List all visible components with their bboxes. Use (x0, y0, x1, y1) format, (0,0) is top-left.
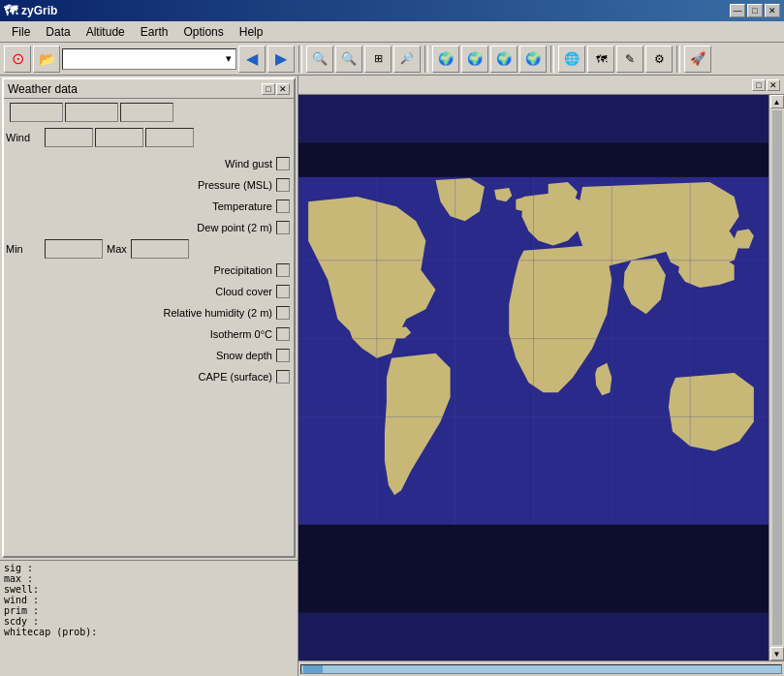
nav-next-button[interactable]: ▶ (267, 46, 295, 73)
cape-checkbox[interactable] (276, 370, 290, 384)
weather-panel-buttons: □ ✕ (262, 83, 290, 95)
max-input[interactable] (131, 239, 189, 259)
temperature-checkbox[interactable] (276, 200, 290, 213)
cloud-cover-checkbox[interactable] (276, 285, 290, 298)
rocket-button[interactable]: 🚀 (684, 46, 711, 73)
globe-3d-button[interactable]: 🌐 (558, 46, 585, 73)
globe-left-button[interactable]: 🌍 (432, 46, 459, 73)
globe-upleft-button[interactable]: 🌍 (461, 46, 488, 73)
status-line-6: whitecap (prob): (4, 627, 294, 637)
toolbar: ⊙ 📂 ▾ ◀ ▶ 🔍 🔍 ⊞ 🔎 🌍 🌍 🌍 🌍 🌐 🗺 ✎ ⚙ 🚀 (0, 43, 784, 76)
wind-gust-row: Wind gust (6, 153, 292, 174)
close-button[interactable]: ✕ (765, 4, 780, 17)
scroll-track[interactable] (772, 110, 782, 645)
status-line-4: prim : (4, 605, 294, 616)
menu-altitude[interactable]: Altitude (78, 23, 133, 41)
menu-data[interactable]: Data (38, 23, 78, 41)
isotherm-checkbox[interactable] (276, 327, 290, 341)
min-max-row: Min Max (6, 238, 292, 260)
weather-panel-pin[interactable]: □ (262, 83, 275, 95)
status-line-5: scdy : (4, 616, 294, 627)
zoom-fit-button[interactable]: ⊞ (364, 46, 392, 73)
globe-down-button[interactable]: 🌍 (519, 46, 547, 73)
settings-button[interactable]: ⚙ (645, 46, 673, 73)
scroll-down-btn[interactable]: ▼ (770, 647, 784, 661)
map-area[interactable]: ▲ ▼ (298, 95, 784, 661)
minimize-button[interactable]: — (730, 4, 745, 17)
wind-gust-label: Wind gust (6, 158, 276, 169)
weather-panel-title: Weather data (8, 82, 78, 96)
file-combo[interactable]: ▾ (62, 48, 236, 70)
right-panel: □ ✕ (298, 76, 784, 676)
dew-point-label: Dew point (2 m) (6, 222, 276, 233)
menu-file[interactable]: File (4, 23, 38, 41)
map-horizontal-scrollbar[interactable] (298, 661, 784, 676)
top-blank-row (6, 103, 292, 122)
scrollbar-thumb[interactable] (303, 665, 323, 673)
status-area: sig : max : swell: wind : prim : scdy : … (0, 560, 298, 676)
wind-input-3[interactable] (145, 128, 194, 147)
pressure-row: Pressure (MSL) (6, 174, 292, 196)
wind-input-2[interactable] (95, 128, 143, 147)
scrollbar-track[interactable] (300, 664, 782, 674)
left-panel: Weather data □ ✕ Wind (0, 76, 298, 676)
title-bar-title: 🗺 zyGrib (4, 3, 57, 18)
wind-gust-checkbox[interactable] (276, 157, 290, 170)
edit-button[interactable]: ✎ (616, 46, 643, 73)
scroll-up-btn[interactable]: ▲ (770, 95, 784, 108)
open-button[interactable]: 📂 (33, 46, 60, 73)
precipitation-row: Precipitation (6, 260, 292, 281)
cloud-cover-row: Cloud cover (6, 281, 292, 302)
relative-humidity-checkbox[interactable] (276, 306, 290, 320)
svg-rect-1 (298, 143, 768, 177)
min-input[interactable] (45, 239, 103, 259)
blank-box-2 (65, 103, 118, 122)
precipitation-label: Precipitation (6, 264, 276, 276)
pressure-checkbox[interactable] (276, 178, 290, 192)
app-icon: 🗺 (4, 3, 17, 18)
wind-input-1[interactable] (45, 128, 93, 147)
wind-row: Wind (6, 124, 292, 151)
dew-point-checkbox[interactable] (276, 221, 290, 234)
weather-panel-titlebar: Weather data □ ✕ (4, 79, 294, 99)
snow-depth-label: Snow depth (6, 350, 276, 361)
zoom-in-button[interactable]: 🔍 (306, 46, 333, 73)
zoom-out-button[interactable]: 🔍 (335, 46, 362, 73)
status-line-0: sig : (4, 563, 294, 573)
menu-help[interactable]: Help (232, 23, 271, 41)
map-vertical-scrollbar[interactable]: ▲ ▼ (768, 95, 784, 661)
toolbar-sep-1 (298, 46, 302, 73)
svg-rect-2 (298, 525, 768, 613)
maximize-button[interactable]: □ (747, 4, 763, 17)
globe-up-button[interactable]: 🌍 (490, 46, 517, 73)
title-bar-controls: — □ ✕ (730, 4, 780, 17)
weather-content: Wind Wind gust Pressure (MSL) (4, 99, 294, 391)
zoom-reset-button[interactable]: 🔎 (393, 46, 421, 73)
main-area: Weather data □ ✕ Wind (0, 76, 784, 676)
wind-inputs (45, 128, 194, 147)
precipitation-checkbox[interactable] (276, 263, 290, 277)
blank-box-3 (120, 103, 173, 122)
stop-button[interactable]: ⊙ (4, 46, 31, 73)
blank-box-1 (10, 103, 63, 122)
snow-depth-checkbox[interactable] (276, 349, 290, 362)
nav-prev-button[interactable]: ◀ (238, 46, 266, 73)
map-titlebar: □ ✕ (298, 76, 784, 95)
map-button[interactable]: 🗺 (587, 46, 614, 73)
status-line-1: max : (4, 573, 294, 584)
map-close-btn[interactable]: ✕ (767, 79, 780, 91)
weather-panel-close[interactable]: ✕ (276, 83, 290, 95)
menu-earth[interactable]: Earth (133, 23, 176, 41)
status-line-2: swell: (4, 584, 294, 595)
weather-panel: Weather data □ ✕ Wind (2, 77, 296, 558)
dew-point-row: Dew point (2 m) (6, 217, 292, 238)
relative-humidity-row: Relative humidity (2 m) (6, 302, 292, 323)
top-boxes (10, 103, 173, 122)
menu-options[interactable]: Options (175, 23, 231, 41)
map-pin-btn[interactable]: □ (752, 79, 766, 91)
isotherm-row: Isotherm 0°C (6, 323, 292, 345)
world-map-svg (298, 95, 768, 661)
temperature-label: Temperature (6, 200, 276, 212)
min-label: Min (6, 243, 45, 255)
cape-row: CAPE (surface) (6, 366, 292, 387)
